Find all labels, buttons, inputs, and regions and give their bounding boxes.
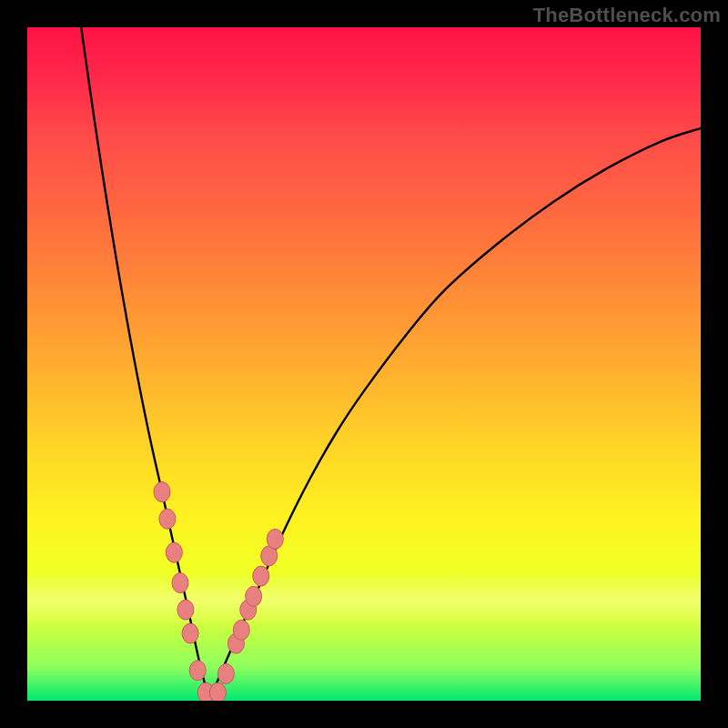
data-marker [217, 663, 234, 683]
data-marker [172, 573, 188, 593]
curve-left-branch [81, 27, 209, 701]
data-marker [189, 661, 206, 681]
watermark-text: TheBottleneck.com [533, 4, 721, 27]
marker-group [154, 482, 283, 701]
data-marker [154, 482, 170, 502]
data-marker [209, 682, 226, 701]
data-marker [233, 620, 249, 640]
data-marker [166, 542, 182, 562]
data-marker [159, 509, 176, 529]
data-marker [177, 600, 194, 620]
data-marker [246, 586, 262, 606]
chart-svg [27, 27, 701, 701]
curve-right-branch [209, 128, 701, 701]
data-marker [253, 566, 269, 586]
curve-group [81, 27, 701, 701]
plot-area [27, 27, 701, 701]
data-marker [182, 623, 198, 643]
chart-frame: TheBottleneck.com [0, 0, 728, 728]
data-marker [267, 529, 283, 549]
